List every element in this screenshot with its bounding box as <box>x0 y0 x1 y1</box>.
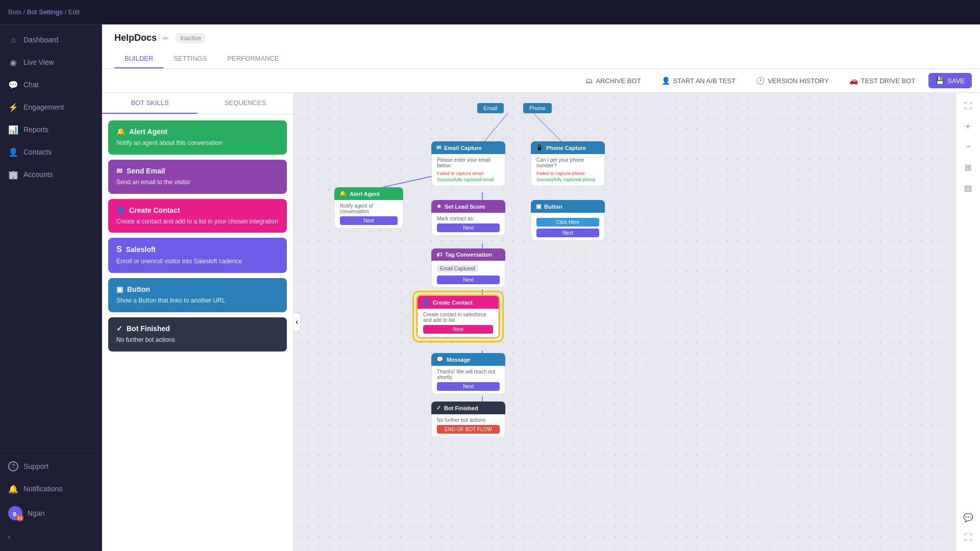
skill-card-alert-agent[interactable]: 🔔 Alert Agent Notify an agent about this… <box>108 120 287 155</box>
sidebar-item-support[interactable]: ? Support <box>0 455 102 478</box>
archive-icon: 🗂 <box>585 77 593 85</box>
sidebar-item-chat[interactable]: 💬 Chat <box>0 73 102 96</box>
fullscreen-button[interactable]: ⛶ <box>959 529 977 547</box>
phone-capture-header-icon: 📱 <box>536 144 543 151</box>
collapse-panel-button[interactable]: ‹ <box>293 313 301 331</box>
lead-score-icon: ★ <box>436 203 442 210</box>
button-skill-icon: ▣ <box>116 285 123 293</box>
user-name: Ngan <box>28 509 44 517</box>
tab-settings[interactable]: SETTINGS <box>163 49 217 68</box>
set-lead-score-node[interactable]: ★ Set Lead Score Mark contact as: Next <box>431 200 505 236</box>
skill-card-bot-finished[interactable]: ✓ Bot Finished No further bot actions <box>108 317 287 352</box>
sidebar-item-dashboard[interactable]: ⌂ Dashboard <box>0 29 102 51</box>
collapse-panel-icon: ‹ <box>296 317 298 326</box>
archive-bot-button[interactable]: 🗂 ARCHIVE BOT <box>578 73 648 88</box>
create-contact-canvas-node[interactable]: 👤 Create Contact Create contact in sales… <box>416 294 500 339</box>
status-badge: Inactive <box>175 33 206 43</box>
page-header: HelpDocs ✏ Inactive BUILDER SETTINGS PER… <box>102 24 980 69</box>
chat-icon: 💬 <box>8 80 18 90</box>
sidebar-item-live-view[interactable]: ◉ Live View <box>0 51 102 73</box>
sidebar-item-label: Contacts <box>23 148 52 156</box>
alert-agent-canvas-node[interactable]: 🔔 Alert Agent Notify agent of conversati… <box>334 187 403 229</box>
live-view-icon: ◉ <box>8 57 18 67</box>
sidebar-item-user[interactable]: g. 11 Ngan <box>0 500 102 527</box>
contacts-icon: 👤 <box>8 147 18 157</box>
skill-list: 🔔 Alert Agent Notify an agent about this… <box>102 114 293 551</box>
sidebar-item-notifications[interactable]: 🔔 Notifications <box>0 478 102 500</box>
skill-label: Create Contact <box>129 206 180 214</box>
grid-icon: ⊞ <box>965 163 971 172</box>
tab-performance[interactable]: PERFORMANCE <box>217 49 289 68</box>
zoom-fit-button[interactable]: ⛶ <box>959 97 977 115</box>
skill-label: Alert Agent <box>129 128 167 136</box>
main-content: HelpDocs ✏ Inactive BUILDER SETTINGS PER… <box>102 24 980 551</box>
save-button[interactable]: 💾 SAVE <box>928 73 972 88</box>
salesloft-icon: S <box>116 245 122 254</box>
sidebar-item-label: Engagement <box>23 103 64 111</box>
sidebar-item-reports[interactable]: 📊 Reports <box>0 118 102 141</box>
sidebar-item-label: Accounts <box>23 170 53 179</box>
skill-card-send-email[interactable]: ✉ Send Email Send an email to the visito… <box>108 160 287 194</box>
test-drive-button[interactable]: 🚗 TEST DRIVE BOT <box>842 73 923 88</box>
panel-tab-bot-skills[interactable]: BOT SKILLS <box>102 93 198 114</box>
version-history-button[interactable]: 🕐 VERSION HISTORY <box>749 73 836 88</box>
button-canvas-node[interactable]: ▣ Button Click Here Next <box>531 200 605 241</box>
ab-test-button[interactable]: 👤 START AN A/B TEST <box>654 73 743 88</box>
svg-line-1 <box>533 113 564 144</box>
collapse-icon: ‹ <box>8 533 11 541</box>
top-bar: Bots / Bot Settings / Edit <box>0 0 980 24</box>
canvas-area[interactable]: Email Phone ✉ Email Capture Please enter… <box>293 93 955 551</box>
grid-toggle-button[interactable]: ⊞ <box>959 158 977 177</box>
tag-conversation-node[interactable]: 🏷 Tag Conversation Email Captured Next <box>431 248 505 288</box>
chat-support-button[interactable]: 💬 <box>959 508 977 527</box>
skill-desc: No further bot actions <box>116 336 279 344</box>
edit-title-icon[interactable]: ✏ <box>163 34 169 42</box>
phone-connector: Phone <box>523 103 552 113</box>
panel-tab-sequences[interactable]: SEQUENCES <box>198 93 293 114</box>
tab-builder[interactable]: BUILDER <box>114 49 163 68</box>
right-toolbar: ⛶ + − ⊞ ▤ 💬 ⛶ <box>955 93 980 551</box>
bot-finished-canvas-node[interactable]: ✓ Bot Finished No further bot actions EN… <box>431 402 505 437</box>
skill-card-button[interactable]: ▣ Button Show a Button that links to ano… <box>108 278 287 312</box>
reports-icon: 📊 <box>8 124 18 135</box>
email-capture-node[interactable]: ✉ Email Capture Please enter your email … <box>431 141 505 186</box>
layout-toggle-button[interactable]: ▤ <box>959 179 977 197</box>
toolbar: 🗂 ARCHIVE BOT 👤 START AN A/B TEST 🕐 VERS… <box>102 69 980 93</box>
skill-desc: Send an email to the visitor <box>116 178 279 187</box>
alert-agent-node-icon: 🔔 <box>339 190 347 197</box>
sidebar-item-label: Support <box>23 462 48 470</box>
notification-badge: 11 <box>16 514 23 521</box>
fullscreen-icon: ⛶ <box>964 533 972 542</box>
avatar: g. 11 <box>8 506 22 520</box>
sidebar-collapse-btn[interactable]: ‹ <box>0 527 102 547</box>
phone-capture-node[interactable]: 📱 Phone Capture Can I get your phone num… <box>531 141 605 186</box>
skill-card-salesloft[interactable]: S Salesloft Enroll or unenroll visitor i… <box>108 238 287 273</box>
sidebar-item-accounts[interactable]: 🏢 Accounts <box>0 163 102 186</box>
button-node-icon: ▣ <box>536 203 541 210</box>
sidebar-item-label: Dashboard <box>23 36 59 44</box>
canvas-connections <box>293 93 955 551</box>
skill-desc: Enroll or unenroll visitor into Saleslof… <box>116 257 279 266</box>
skill-label: Bot Finished <box>127 324 170 333</box>
skill-label: Send Email <box>127 167 165 175</box>
skill-label: Button <box>127 285 150 293</box>
sidebar: ⌂ Dashboard ◉ Live View 💬 Chat ⚡ Engagem… <box>0 24 102 551</box>
chat-support-icon: 💬 <box>963 513 973 522</box>
skill-desc: Notify an agent about this conversation <box>116 139 279 147</box>
skill-desc: Show a Button that links to another URL <box>116 296 279 305</box>
bot-finished-skill-icon: ✓ <box>116 324 122 333</box>
sidebar-item-label: Chat <box>23 81 39 89</box>
create-contact-icon: 👤 <box>116 206 125 214</box>
page-tabs: BUILDER SETTINGS PERFORMANCE <box>114 49 968 68</box>
sidebar-item-contacts[interactable]: 👤 Contacts <box>0 141 102 163</box>
sidebar-item-engagement[interactable]: ⚡ Engagement <box>0 96 102 118</box>
create-contact-node-icon: 👤 <box>423 299 430 306</box>
message-node[interactable]: 💬 Message Thanks! We will reach out shor… <box>431 353 505 394</box>
skill-card-create-contact[interactable]: 👤 Create Contact Create a contact and ad… <box>108 199 287 233</box>
zoom-out-button[interactable]: − <box>959 138 977 156</box>
skill-desc: Create a contact and add to a list in yo… <box>116 217 279 226</box>
email-capture-header-icon: ✉ <box>436 144 441 151</box>
engagement-icon: ⚡ <box>8 102 18 112</box>
zoom-in-button[interactable]: + <box>959 117 977 136</box>
email-connector: Email <box>477 103 504 113</box>
